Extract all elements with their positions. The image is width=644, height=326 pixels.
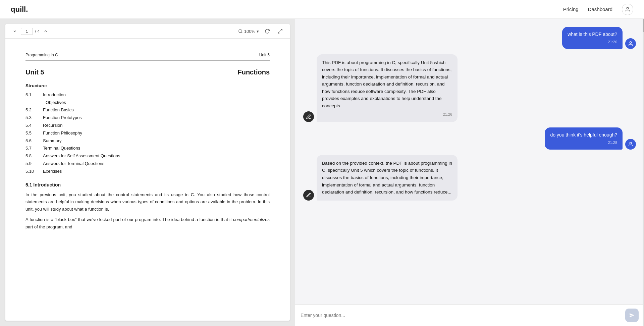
- toc-item: Objectives: [25, 99, 270, 106]
- toc-item: 5.1 Introduction: [25, 92, 270, 99]
- header-nav: Pricing Dashboard: [563, 4, 633, 15]
- main-layout: / 4 100% ▾: [0, 19, 644, 326]
- user-bubble-1: what is this PDF about? 21:26: [562, 27, 623, 49]
- chat-input[interactable]: [301, 313, 622, 318]
- page-input[interactable]: [21, 28, 33, 35]
- scroll-indicator: [643, 19, 644, 326]
- toc-item: 5.7 Terminal Questions: [25, 145, 270, 152]
- svg-point-5: [630, 42, 631, 43]
- user-time-1: 21:26: [568, 39, 617, 45]
- header: quill. Pricing Dashboard: [0, 0, 644, 19]
- zoom-level: 100%: [244, 29, 255, 34]
- user-avatar-2: [625, 139, 636, 150]
- pricing-link[interactable]: Pricing: [563, 6, 579, 12]
- user-text-1: what is this PDF about?: [568, 32, 617, 37]
- pdf-header-line: Programming in C Unit 5: [25, 52, 270, 61]
- user-text-2: do you think it's helpful enough?: [550, 132, 617, 138]
- toc-item: 5.2 Function Basics: [25, 107, 270, 114]
- toc-item: 5.8 Answers for Self Assessment Question…: [25, 153, 270, 160]
- pdf-subject: Programming in C: [25, 52, 58, 58]
- pdf-panel: / 4 100% ▾: [0, 19, 295, 326]
- pdf-toolbar-left: / 4: [11, 27, 50, 35]
- pdf-toc: 5.1 Introduction Objectives 5.2 Function…: [25, 92, 270, 175]
- body-para-2: A function is a "black box" that we've l…: [25, 216, 270, 230]
- user-message-1: what is this PDF about? 21:26: [303, 27, 636, 49]
- pdf-content: Programming in C Unit 5 Unit 5 Functions…: [5, 39, 290, 321]
- zoom-chevron-icon: ▾: [257, 29, 259, 34]
- chat-input-area: [295, 304, 644, 326]
- dashboard-link[interactable]: Dashboard: [588, 6, 612, 12]
- toc-item: 5.5 Function Philosophy: [25, 130, 270, 137]
- toc-item: 5.6 Summary: [25, 138, 270, 145]
- structure-label: Structure:: [25, 82, 270, 90]
- body-para-1: In the previous unit, you studied about …: [25, 191, 270, 213]
- chat-messages: what is this PDF about? 21:26: [295, 19, 644, 304]
- ai-message-1: This PDF is about programming in C, spec…: [303, 54, 636, 122]
- pdf-viewer: / 4 100% ▾: [5, 24, 290, 321]
- ai-avatar-2: [303, 190, 314, 201]
- user-avatar-1: [625, 38, 636, 49]
- pdf-title-row: Unit 5 Functions: [25, 67, 270, 77]
- pdf-toolbar: / 4 100% ▾: [5, 24, 290, 39]
- toc-item: 5.10 Exercises: [25, 168, 270, 175]
- toc-item: 5.3 Function Prototypes: [25, 114, 270, 121]
- page-up-btn[interactable]: [42, 27, 50, 35]
- toc-item: 5.9 Answers for Terminal Questions: [25, 160, 270, 167]
- ai-text-1: This PDF is about programming in C, spec…: [322, 60, 451, 109]
- toc-item: 5.4 Recursion: [25, 122, 270, 129]
- zoom-control[interactable]: 100% ▾: [238, 29, 259, 34]
- fullscreen-btn[interactable]: [276, 27, 284, 36]
- ai-message-2: Based on the provided context, the PDF i…: [303, 155, 636, 201]
- svg-point-0: [627, 7, 628, 9]
- user-time-2: 21:28: [550, 140, 617, 146]
- page-total: / 4: [35, 29, 40, 34]
- ai-bubble-1: This PDF is about programming in C, spec…: [317, 54, 458, 122]
- unit-title: Unit 5: [25, 67, 44, 77]
- svg-line-4: [278, 32, 280, 33]
- scroll-thumb: [643, 19, 644, 32]
- ai-bubble-2: Based on the provided context, the PDF i…: [317, 155, 458, 201]
- chat-panel: what is this PDF about? 21:26: [295, 19, 644, 326]
- pdf-unit-header: Unit 5: [259, 52, 270, 58]
- refresh-btn[interactable]: [263, 27, 272, 36]
- logo[interactable]: quill.: [11, 5, 28, 14]
- user-avatar[interactable]: [622, 4, 633, 15]
- svg-line-3: [280, 29, 282, 31]
- italic-word: compartmentalizes: [233, 217, 270, 222]
- svg-point-6: [630, 142, 631, 144]
- pdf-toolbar-right: 100% ▾: [238, 27, 284, 36]
- svg-line-2: [241, 32, 242, 33]
- ai-time-1: 21:26: [322, 112, 452, 118]
- functions-title: Functions: [237, 67, 270, 77]
- send-button[interactable]: [625, 309, 639, 322]
- ai-avatar-1: [303, 111, 314, 122]
- user-bubble-2: do you think it's helpful enough? 21:28: [545, 127, 623, 150]
- svg-point-1: [239, 30, 242, 33]
- page-down-btn[interactable]: [11, 27, 19, 35]
- ai-text-2: Based on the provided context, the PDF i…: [322, 161, 452, 195]
- section-title: 5.1 Introduction: [25, 181, 270, 188]
- user-message-2: do you think it's helpful enough? 21:28: [303, 127, 636, 150]
